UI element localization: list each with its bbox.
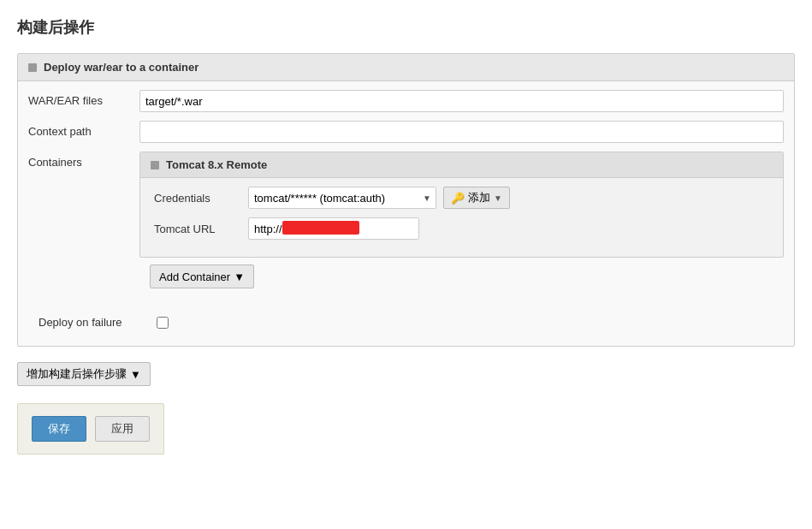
deploy-section-title: Deploy war/ear to a container	[44, 61, 199, 74]
war-ear-row: WAR/EAR files	[28, 90, 784, 112]
add-credentials-button[interactable]: 🔑 添加 ▼	[443, 187, 510, 209]
deploy-section-header: Deploy war/ear to a container	[18, 54, 794, 81]
save-button[interactable]: 保存	[32, 416, 86, 442]
add-step-button[interactable]: 增加构建后操作步骤 ▼	[17, 362, 151, 386]
tomcat-form-rows: Credentials tomcat/****** (tomcat:auth) …	[140, 178, 783, 257]
tomcat-header-title: Tomcat 8.x Remote	[166, 158, 267, 171]
add-step-label: 增加构建后操作步骤	[27, 366, 127, 382]
credentials-select-wrap: tomcat/****** (tomcat:auth) ▼	[248, 187, 436, 209]
war-ear-label: WAR/EAR files	[28, 90, 139, 107]
credentials-select[interactable]: tomcat/****** (tomcat:auth)	[248, 187, 436, 209]
deploy-section: Deploy war/ear to a container WAR/EAR fi…	[17, 53, 795, 347]
add-container-row: Add Container ▼	[139, 258, 784, 299]
key-icon: 🔑	[451, 192, 465, 205]
credentials-label: Credentials	[154, 192, 248, 205]
tomcat-header-icon	[151, 161, 159, 169]
war-ear-input[interactable]	[139, 90, 784, 112]
tomcat-container-card: Tomcat 8.x Remote Credentials tomcat/***…	[139, 152, 784, 258]
tomcat-url-row: Tomcat URL	[154, 217, 769, 240]
context-path-label: Context path	[28, 121, 139, 138]
deploy-on-failure-label: Deploy on failure	[39, 316, 150, 329]
tomcat-url-control	[248, 217, 769, 240]
url-field-wrap	[248, 217, 419, 240]
page-title: 构建后操作	[17, 17, 795, 38]
add-credentials-arrow: ▼	[494, 193, 502, 203]
save-bar: 保存 应用	[17, 403, 164, 455]
containers-row: Containers Tomcat 8.x Remote Credentials	[28, 152, 784, 299]
deploy-form-rows: WAR/EAR files Context path Containers	[18, 81, 794, 346]
tomcat-url-input[interactable]	[248, 217, 419, 240]
add-container-button[interactable]: Add Container ▼	[150, 264, 254, 288]
apply-button[interactable]: 应用	[95, 416, 150, 442]
section-header-icon	[28, 63, 37, 72]
tomcat-url-label: Tomcat URL	[154, 223, 248, 235]
credentials-row: Credentials tomcat/****** (tomcat:auth) …	[154, 187, 769, 209]
war-ear-control	[139, 90, 784, 112]
deploy-on-failure-checkbox[interactable]	[157, 317, 169, 329]
credentials-control: tomcat/****** (tomcat:auth) ▼ 🔑 添加 ▼	[248, 187, 769, 209]
page-container: 构建后操作 Deploy war/ear to a container WAR/…	[0, 0, 812, 529]
containers-control: Tomcat 8.x Remote Credentials tomcat/***…	[139, 152, 784, 299]
add-credentials-label: 添加	[468, 190, 490, 205]
context-path-input[interactable]	[139, 121, 784, 143]
context-path-control	[139, 121, 784, 143]
add-step-row: 增加构建后操作步骤 ▼	[17, 362, 795, 386]
tomcat-container-header: Tomcat 8.x Remote	[140, 152, 783, 178]
deploy-on-failure-row: Deploy on failure	[28, 307, 784, 337]
add-container-arrow: ▼	[234, 270, 245, 283]
containers-label: Containers	[28, 152, 139, 169]
context-path-row: Context path	[28, 121, 784, 143]
add-container-label: Add Container	[159, 270, 230, 283]
add-step-arrow: ▼	[130, 368, 141, 381]
